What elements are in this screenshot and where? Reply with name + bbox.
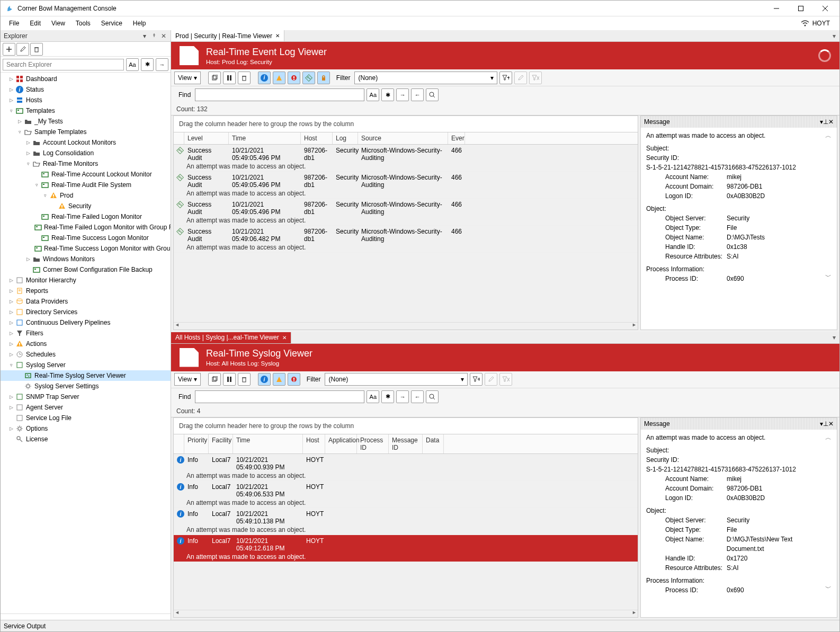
- expand-icon[interactable]: [8, 436, 14, 442]
- msg-pin-icon[interactable]: ⊥: [823, 420, 828, 428]
- tree-item[interactable]: License: [1, 434, 171, 444]
- tree-item[interactable]: ▿Syslog Server: [1, 360, 171, 370]
- expand-icon[interactable]: ▿: [25, 161, 31, 167]
- tree-item[interactable]: ▷Log Consolidation: [1, 148, 171, 158]
- error-filter-button[interactable]: [288, 373, 300, 386]
- find-prev-button[interactable]: ←: [411, 88, 424, 101]
- tree-item[interactable]: ▷Continuous Delivery Pipelines: [1, 317, 171, 328]
- tabs-overflow-icon[interactable]: ▾: [829, 30, 839, 41]
- minimize-button[interactable]: [764, 1, 789, 16]
- copy-button[interactable]: [208, 72, 221, 84]
- warning-filter-button[interactable]: [273, 373, 285, 386]
- tree-item[interactable]: ▷Actions: [1, 339, 171, 349]
- tree-item[interactable]: Real-Time Account Lockout Monitor: [1, 169, 171, 180]
- col-facility[interactable]: Facility: [209, 434, 233, 453]
- copy-button[interactable]: [208, 373, 221, 386]
- tree-item[interactable]: ▷Filters: [1, 328, 171, 339]
- expand-icon[interactable]: ▿: [8, 108, 14, 114]
- collapse-icon[interactable]: ︿: [825, 433, 832, 442]
- clear-button[interactable]: [238, 72, 251, 84]
- expand-icon[interactable]: [50, 203, 57, 209]
- find-case-button[interactable]: Aa: [367, 390, 379, 403]
- error-filter-button[interactable]: [288, 72, 300, 84]
- find-regex-button[interactable]: ✱: [381, 390, 394, 403]
- success-audit-button[interactable]: ⚿: [302, 72, 315, 84]
- expand-icon[interactable]: ▷: [25, 139, 31, 146]
- tree-item[interactable]: Security: [1, 201, 171, 211]
- collapse-icon[interactable]: ﹀: [825, 272, 832, 281]
- table-row[interactable]: ⚿Success Audit10/21/2021 05:49:05.496 PM…: [174, 145, 638, 172]
- col-time[interactable]: Time: [233, 434, 303, 453]
- msg-close-icon[interactable]: ✕: [828, 420, 834, 428]
- expand-icon[interactable]: [16, 372, 23, 379]
- expand-icon[interactable]: [8, 415, 14, 421]
- pause-button[interactable]: [223, 72, 236, 84]
- tree-item[interactable]: Real-Time Syslog Server Viewer: [1, 370, 171, 381]
- col-host[interactable]: Host: [303, 434, 325, 453]
- col-time[interactable]: Time: [229, 132, 301, 144]
- menu-service[interactable]: Service: [96, 17, 128, 29]
- menu-help[interactable]: Help: [128, 17, 151, 29]
- close-tab-icon[interactable]: ✕: [275, 33, 280, 39]
- tree-item[interactable]: ▷Dashboard: [1, 74, 171, 84]
- filter-clear-button[interactable]: x: [529, 72, 542, 84]
- view-dropdown[interactable]: View ▾: [174, 72, 201, 84]
- find-case-button[interactable]: Aa: [367, 88, 379, 101]
- expand-icon[interactable]: ▷: [8, 97, 14, 103]
- filter-edit-button[interactable]: [514, 72, 527, 84]
- col-data[interactable]: Data: [423, 434, 444, 453]
- tree-item[interactable]: ▷SNMP Trap Server: [1, 391, 171, 402]
- expand-icon[interactable]: ▿: [8, 362, 14, 368]
- event-grid-header[interactable]: Level Time Host Log Source Ever: [174, 132, 638, 145]
- expand-icon[interactable]: ▷: [8, 319, 14, 326]
- explorer-close-icon[interactable]: ✕: [160, 32, 167, 40]
- table-row[interactable]: iInfoLocal710/21/2021 05:49:00.939 PMHOY…: [174, 454, 638, 481]
- collapse-icon[interactable]: ︿: [825, 131, 832, 140]
- expand-icon[interactable]: ▷: [8, 309, 14, 315]
- table-row[interactable]: iInfoLocal710/21/2021 05:49:06.533 PMHOY…: [174, 481, 638, 508]
- filter-select[interactable]: (None)▾: [354, 72, 497, 84]
- event-viewer-tab[interactable]: Prod | Security | Real-Time Viewer ✕: [171, 30, 284, 41]
- maximize-button[interactable]: [789, 1, 813, 16]
- col-application[interactable]: Application: [325, 434, 357, 453]
- explorer-pin-icon[interactable]: [150, 32, 158, 40]
- find-search-button[interactable]: [426, 390, 439, 403]
- expand-icon[interactable]: ▿: [16, 129, 23, 135]
- table-row[interactable]: iInfoLocal710/21/2021 05:49:12.618 PMHOY…: [174, 535, 638, 562]
- expand-icon[interactable]: [33, 171, 40, 177]
- close-button[interactable]: [813, 1, 837, 16]
- tree-item[interactable]: ▷Directory Services: [1, 307, 171, 317]
- regex-button[interactable]: ✱: [141, 58, 154, 71]
- syslog-grid-header[interactable]: Priority Facility Time Host Application …: [174, 434, 638, 454]
- expand-icon[interactable]: ▷: [8, 330, 14, 336]
- tree-item[interactable]: ▿Real-Time Monitors: [1, 158, 171, 169]
- tree-item[interactable]: Real-Time Failed Logon Monitor: [1, 211, 171, 222]
- clear-button[interactable]: [238, 373, 251, 386]
- menu-file[interactable]: File: [4, 17, 24, 29]
- expand-icon[interactable]: ▿: [42, 192, 48, 199]
- tree-item[interactable]: ▷iStatus: [1, 84, 171, 95]
- event-hscroll[interactable]: [174, 322, 638, 330]
- filter-edit-button[interactable]: [485, 373, 497, 386]
- col-message-id[interactable]: Message ID: [389, 434, 423, 453]
- close-tab-icon[interactable]: ✕: [282, 335, 287, 341]
- table-row[interactable]: iInfoLocal710/21/2021 05:49:10.138 PMHOY…: [174, 508, 638, 535]
- expand-icon[interactable]: ▷: [8, 351, 14, 358]
- expand-icon[interactable]: ▷: [8, 76, 14, 82]
- tree-item[interactable]: Corner Bowl Configuration File Backup: [1, 264, 171, 275]
- tree-item[interactable]: ▿Sample Templates: [1, 127, 171, 137]
- menu-view[interactable]: View: [46, 17, 70, 29]
- tree-item[interactable]: ▷Hosts: [1, 95, 171, 105]
- tree-item[interactable]: Real-Time Success Logon Monitor: [1, 233, 171, 243]
- match-case-button[interactable]: Aa: [126, 58, 139, 71]
- col-priority[interactable]: Priority: [184, 434, 209, 453]
- failure-audit-button[interactable]: [317, 72, 330, 84]
- expand-icon[interactable]: ▷: [8, 404, 14, 411]
- explorer-hscroll[interactable]: [1, 613, 171, 620]
- col-host[interactable]: Host: [301, 132, 333, 144]
- expand-icon[interactable]: ▷: [8, 298, 14, 305]
- tree-item[interactable]: Syslog Server Settings: [1, 381, 171, 391]
- expand-icon[interactable]: ▷: [8, 341, 14, 347]
- search-go-button[interactable]: →: [156, 58, 168, 71]
- table-row[interactable]: ⚿Success Audit10/21/2021 05:49:05.496 PM…: [174, 172, 638, 199]
